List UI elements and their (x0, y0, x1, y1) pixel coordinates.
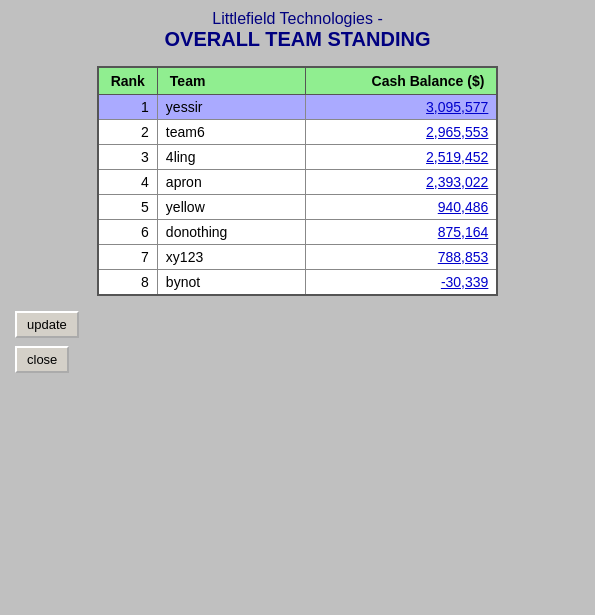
page-header: Littlefield Technologies - OVERALL TEAM … (15, 10, 580, 51)
table-row: 6donothing875,164 (98, 220, 498, 245)
cash-cell[interactable]: 2,519,452 (305, 145, 497, 170)
team-cell: bynot (157, 270, 305, 296)
page-title: OVERALL TEAM STANDING (15, 28, 580, 51)
table-row: 1yessir3,095,577 (98, 95, 498, 120)
cash-cell[interactable]: 788,853 (305, 245, 497, 270)
update-button[interactable]: update (15, 311, 79, 338)
cash-header: Cash Balance ($) (305, 67, 497, 95)
standings-table-container: Rank Team Cash Balance ($) 1yessir3,095,… (15, 66, 580, 296)
cash-value-link[interactable]: 3,095,577 (426, 99, 488, 115)
team-cell: team6 (157, 120, 305, 145)
rank-cell: 4 (98, 170, 158, 195)
rank-cell: 2 (98, 120, 158, 145)
cash-value-link[interactable]: 2,965,553 (426, 124, 488, 140)
standings-table: Rank Team Cash Balance ($) 1yessir3,095,… (97, 66, 499, 296)
update-button-row: update (15, 311, 580, 338)
table-row: 7xy123788,853 (98, 245, 498, 270)
rank-cell: 1 (98, 95, 158, 120)
cash-cell[interactable]: 875,164 (305, 220, 497, 245)
team-cell: apron (157, 170, 305, 195)
table-row: 5yellow940,486 (98, 195, 498, 220)
table-row: 2team62,965,553 (98, 120, 498, 145)
team-cell: xy123 (157, 245, 305, 270)
cash-value-link[interactable]: 940,486 (438, 199, 489, 215)
team-cell: yessir (157, 95, 305, 120)
cash-cell[interactable]: 2,965,553 (305, 120, 497, 145)
rank-cell: 5 (98, 195, 158, 220)
close-button[interactable]: close (15, 346, 69, 373)
rank-cell: 7 (98, 245, 158, 270)
team-cell: 4ling (157, 145, 305, 170)
rank-cell: 3 (98, 145, 158, 170)
cash-value-link[interactable]: 875,164 (438, 224, 489, 240)
cash-cell[interactable]: 3,095,577 (305, 95, 497, 120)
rank-cell: 8 (98, 270, 158, 296)
table-row: 8bynot-30,339 (98, 270, 498, 296)
team-cell: donothing (157, 220, 305, 245)
cash-cell[interactable]: 940,486 (305, 195, 497, 220)
rank-cell: 6 (98, 220, 158, 245)
table-row: 4apron2,393,022 (98, 170, 498, 195)
cash-value-link[interactable]: 788,853 (438, 249, 489, 265)
table-row: 34ling2,519,452 (98, 145, 498, 170)
cash-cell[interactable]: -30,339 (305, 270, 497, 296)
table-header-row: Rank Team Cash Balance ($) (98, 67, 498, 95)
company-name: Littlefield Technologies - (15, 10, 580, 28)
team-header: Team (157, 67, 305, 95)
rank-header: Rank (98, 67, 158, 95)
close-button-row: close (15, 346, 580, 373)
cash-value-link[interactable]: 2,519,452 (426, 149, 488, 165)
team-cell: yellow (157, 195, 305, 220)
cash-value-link[interactable]: -30,339 (441, 274, 488, 290)
cash-value-link[interactable]: 2,393,022 (426, 174, 488, 190)
cash-cell[interactable]: 2,393,022 (305, 170, 497, 195)
